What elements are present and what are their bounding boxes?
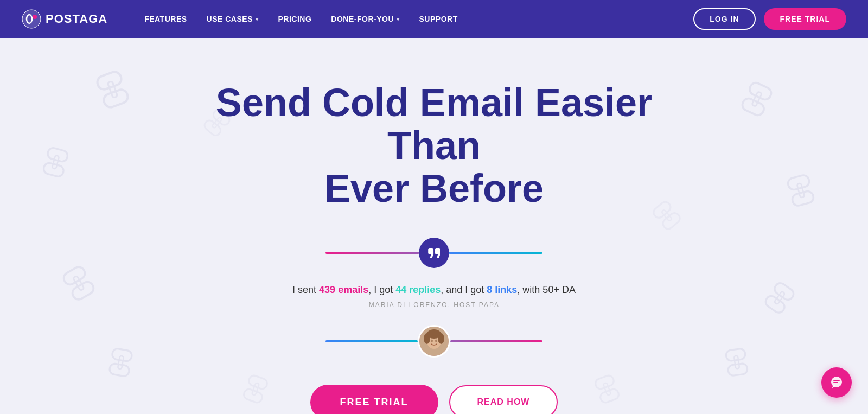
quote-icon	[419, 238, 449, 268]
svg-rect-31	[661, 211, 682, 231]
testimonial-replies: 44 replies	[395, 284, 441, 295]
nav-item-use-cases[interactable]: USE CASES ▾	[197, 0, 269, 38]
svg-rect-15	[748, 81, 773, 101]
testimonial-emails: 439 emails	[319, 284, 368, 295]
testimonial-links: 8 links	[487, 284, 517, 295]
testimonial-author: – MARIA DI LORENZO, HOST PAPA –	[361, 301, 507, 309]
svg-rect-10	[71, 280, 96, 302]
nav-actions: LOG IN FREE TRIAL	[693, 8, 846, 30]
svg-point-43	[435, 339, 437, 342]
svg-rect-16	[741, 97, 766, 117]
svg-rect-37	[599, 388, 620, 404]
nav-item-pricing[interactable]: PRICING	[269, 0, 322, 38]
svg-rect-20	[797, 183, 805, 198]
svg-rect-18	[787, 174, 810, 191]
logo-icon	[22, 9, 41, 29]
cta-area: FREE TRIAL READ HOW Try Postaga's All-In…	[310, 385, 558, 414]
svg-rect-21	[773, 281, 795, 302]
svg-rect-5	[107, 81, 118, 98]
done-for-you-dropdown-arrow: ▾	[397, 16, 400, 22]
logo-link[interactable]: POSTAGA	[22, 9, 107, 29]
svg-point-46	[427, 330, 441, 339]
svg-rect-19	[791, 190, 815, 207]
avatar-divider-left	[326, 340, 418, 342]
svg-rect-3	[95, 70, 123, 91]
navbar: POSTAGA FEATURES USE CASES ▾ PRICING DON…	[0, 0, 868, 38]
hero-section: Send Cold Email Easier Than Ever Before …	[0, 38, 868, 414]
nav-links: FEATURES USE CASES ▾ PRICING DONE-FOR-YO…	[135, 0, 693, 38]
svg-rect-24	[725, 348, 746, 361]
hero-free-trial-button[interactable]: FREE TRIAL	[310, 385, 438, 414]
svg-rect-8	[52, 155, 59, 169]
svg-rect-33	[247, 374, 269, 391]
svg-rect-32	[661, 209, 672, 221]
svg-rect-4	[102, 88, 130, 109]
avatar	[418, 325, 450, 358]
svg-rect-34	[242, 388, 264, 404]
divider-right	[449, 252, 542, 254]
svg-point-42	[431, 339, 433, 342]
chat-icon	[829, 375, 844, 390]
nav-free-trial-button[interactable]: FREE TRIAL	[764, 8, 846, 30]
avatar-divider	[326, 325, 542, 358]
svg-rect-12	[111, 348, 132, 362]
svg-rect-22	[763, 294, 786, 315]
hero-title: Send Cold Email Easier Than Ever Before	[190, 81, 678, 211]
nav-item-support[interactable]: SUPPORT	[410, 0, 468, 38]
svg-point-2	[33, 15, 37, 19]
svg-rect-6	[47, 147, 69, 163]
svg-rect-7	[42, 162, 65, 177]
svg-rect-26	[734, 355, 739, 368]
svg-rect-23	[774, 291, 785, 305]
chat-button[interactable]	[821, 367, 852, 398]
testimonial-text: I sent 439 emails, I got 44 replies, and…	[292, 284, 576, 296]
svg-rect-9	[62, 265, 87, 286]
nav-item-done-for-you[interactable]: DONE-FOR-YOU ▾	[321, 0, 409, 38]
svg-rect-35	[252, 383, 259, 396]
login-button[interactable]: LOG IN	[693, 8, 755, 30]
use-cases-dropdown-arrow: ▾	[256, 16, 259, 22]
svg-rect-13	[109, 363, 130, 377]
logo-text: POSTAGA	[46, 12, 107, 26]
svg-rect-38	[603, 383, 611, 396]
divider-left	[326, 252, 419, 254]
quote-divider-top	[326, 238, 542, 268]
svg-rect-11	[73, 276, 85, 291]
svg-rect-36	[594, 374, 615, 391]
cta-buttons: FREE TRIAL READ HOW	[310, 385, 558, 414]
svg-rect-17	[752, 91, 762, 106]
avatar-divider-right	[450, 340, 542, 342]
nav-item-features[interactable]: FEATURES	[135, 0, 196, 38]
read-how-button[interactable]: READ HOW	[449, 385, 558, 414]
svg-rect-25	[727, 363, 748, 376]
svg-rect-14	[118, 356, 124, 370]
